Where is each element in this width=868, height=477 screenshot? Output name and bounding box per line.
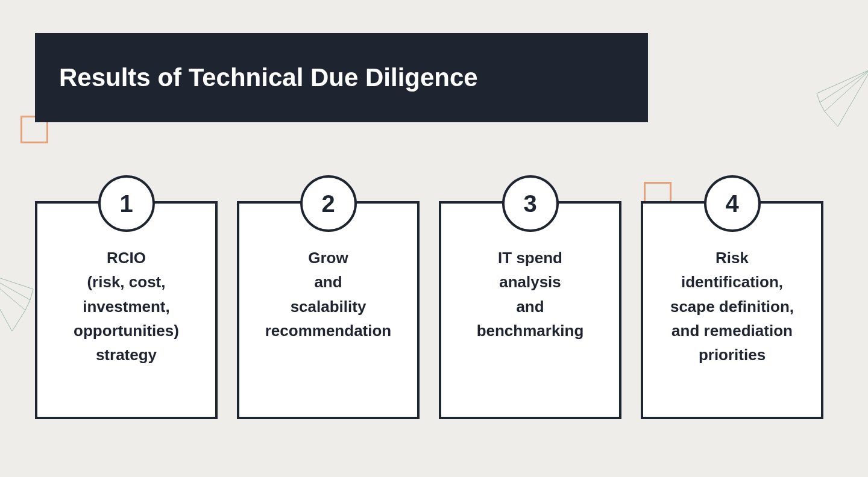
card-badge-4: 4 [704, 175, 761, 232]
card-text-2: Growandscalabilityrecommendation [259, 246, 398, 343]
svg-line-11 [25, 300, 30, 310]
svg-line-13 [0, 271, 12, 331]
decorative-lines-right [814, 66, 868, 132]
svg-line-3 [817, 93, 820, 102]
svg-line-9 [0, 271, 25, 310]
card-badge-3: 3 [502, 175, 559, 232]
decorative-lines-left [0, 265, 36, 337]
svg-line-8 [0, 271, 30, 300]
card-text-3: IT spendanalysisandbenchmarking [471, 246, 590, 343]
svg-line-12 [12, 310, 25, 331]
cards-row: 1 RCIO(risk, cost,investment,opportuniti… [35, 201, 823, 419]
svg-line-4 [820, 102, 825, 111]
svg-line-7 [0, 271, 33, 289]
svg-line-5 [825, 111, 838, 126]
svg-line-1 [820, 69, 868, 102]
card-3: 3 IT spendanalysisandbenchmarking [439, 201, 621, 419]
svg-line-6 [838, 69, 868, 126]
card-4: 4 Riskidentification,scape definition,an… [641, 201, 823, 419]
svg-line-2 [825, 69, 868, 111]
card-text-4: Riskidentification,scape definition,and … [664, 246, 800, 367]
card-1: 1 RCIO(risk, cost,investment,opportuniti… [35, 201, 218, 419]
card-badge-1: 1 [98, 175, 155, 232]
svg-line-0 [817, 69, 868, 93]
card-badge-2: 2 [300, 175, 357, 232]
svg-line-10 [30, 289, 33, 300]
title-bar: Results of Technical Due Diligence [35, 33, 648, 122]
page-title: Results of Technical Due Diligence [59, 63, 478, 92]
card-text-1: RCIO(risk, cost,investment,opportunities… [68, 246, 185, 367]
card-2: 2 Growandscalabilityrecommendation [237, 201, 420, 419]
